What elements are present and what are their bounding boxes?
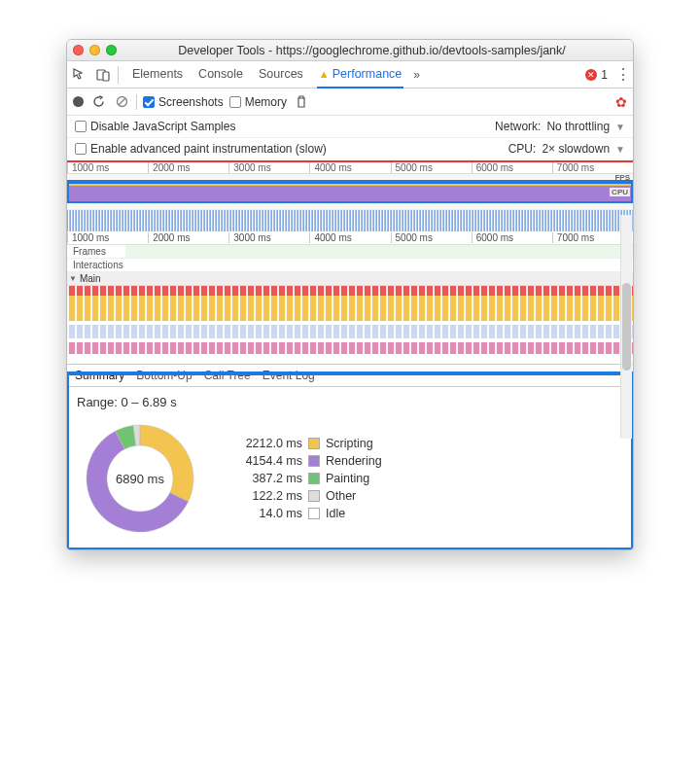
legend-label: Scripting [326, 437, 373, 450]
tab-strip: Elements Console Sources ▲Performance [130, 61, 403, 88]
error-counter[interactable]: ✕ 1 [585, 68, 608, 82]
kebab-menu-icon[interactable]: ⋮ [615, 65, 629, 84]
network-label: Network: [495, 120, 541, 133]
legend-value: 14.0 ms [232, 507, 302, 520]
tick: 2000 ms [148, 162, 228, 173]
legend-label: Other [326, 489, 356, 503]
disable-js-checkbox[interactable]: Disable JavaScript Samples [75, 120, 235, 133]
details-tabs: Summary Bottom-Up Call Tree Event Log [67, 364, 633, 387]
tick: 4000 ms [309, 162, 390, 173]
device-toolbar-icon[interactable] [94, 66, 112, 84]
tab-elements[interactable]: Elements [130, 61, 185, 88]
memory-checkbox[interactable]: Memory [229, 95, 287, 109]
legend-label: Painting [326, 472, 369, 485]
tab-sources[interactable]: Sources [257, 61, 305, 88]
summary-legend: 2212.0 msScripting4154.4 msRendering387.… [232, 437, 382, 520]
legend-row: 4154.4 msRendering [232, 454, 382, 468]
range-label: Range: 0 – 6.89 s [77, 395, 623, 409]
tick: 3000 ms [228, 232, 309, 243]
main-track-label: Main [80, 273, 101, 284]
memory-label: Memory [245, 95, 287, 109]
legend-row: 14.0 msIdle [232, 507, 382, 520]
disable-js-label: Disable JavaScript Samples [90, 120, 235, 133]
legend-value: 2212.0 ms [232, 437, 302, 450]
screenshots-checkbox[interactable]: Screenshots [143, 95, 224, 109]
legend-row: 387.2 msPainting [232, 472, 382, 485]
window-controls [73, 45, 117, 55]
fps-lane-label: FPS [614, 173, 630, 182]
legend-swatch [308, 438, 320, 449]
chevron-down-icon[interactable]: ▼ [615, 122, 625, 132]
tab-summary[interactable]: Summary [75, 369, 124, 382]
tab-event-log[interactable]: Event Log [262, 369, 315, 382]
main-track-header[interactable]: Main [67, 272, 633, 286]
cpu-label: CPU: [508, 142, 537, 156]
paint-instrumentation-checkbox[interactable]: Enable advanced paint instrumentation (s… [75, 142, 327, 156]
more-tabs-icon[interactable]: » [409, 68, 424, 82]
legend-value: 387.2 ms [232, 472, 302, 485]
tick: 6000 ms [472, 162, 552, 173]
svg-rect-1 [103, 72, 109, 81]
screenshots-strip[interactable] [67, 210, 633, 231]
summary-panel: Range: 0 – 6.89 s 6890 ms 2212.0 msScrip… [67, 387, 633, 549]
chevron-down-icon[interactable]: ▼ [615, 144, 625, 155]
clear-button[interactable] [113, 93, 130, 111]
error-icon: ✕ [585, 69, 597, 81]
minimize-icon[interactable] [89, 45, 100, 55]
tick: 7000 ms [552, 162, 633, 173]
overview-cpu-lane[interactable]: CPU [67, 182, 633, 203]
overview-net-lane[interactable] [67, 203, 633, 210]
devtools-window: Developer Tools - https://googlechrome.g… [66, 39, 634, 550]
scroll-thumb[interactable] [622, 283, 631, 371]
tick: 6000 ms [472, 232, 552, 243]
tab-console[interactable]: Console [196, 61, 245, 88]
svg-line-3 [119, 98, 125, 105]
close-icon[interactable] [73, 45, 84, 55]
legend-swatch [308, 473, 320, 484]
reload-button[interactable] [89, 93, 107, 111]
overview-ruler[interactable]: 1000 ms 2000 ms 3000 ms 4000 ms 5000 ms … [67, 160, 633, 174]
options-row-2: Enable advanced paint instrumentation (s… [67, 138, 633, 160]
titlebar: Developer Tools - https://googlechrome.g… [67, 40, 633, 61]
gc-icon[interactable] [293, 93, 310, 111]
summary-donut-chart: 6890 ms [77, 415, 203, 542]
network-select[interactable]: No throttling [546, 120, 610, 133]
screenshots-label: Screenshots [158, 95, 224, 109]
tick: 2000 ms [148, 232, 228, 243]
legend-swatch [308, 455, 320, 467]
tick: 3000 ms [228, 162, 309, 173]
tab-bottom-up[interactable]: Bottom-Up [136, 369, 192, 382]
tick: 5000 ms [391, 232, 472, 243]
legend-label: Idle [326, 507, 345, 520]
cpu-lane-label: CPU [610, 188, 630, 196]
panel-tabs: Elements Console Sources ▲Performance » … [67, 61, 633, 88]
tab-call-tree[interactable]: Call Tree [204, 369, 251, 382]
flame-ruler[interactable]: 1000 ms 2000 ms 3000 ms 4000 ms 5000 ms … [67, 231, 633, 245]
legend-row: 2212.0 msScripting [232, 437, 382, 450]
tick: 1000 ms [67, 162, 148, 173]
options-row-1: Disable JavaScript Samples Network: No t… [67, 116, 633, 138]
details-pane: Summary Bottom-Up Call Tree Event Log Ra… [67, 364, 633, 549]
interactions-track[interactable]: Interactions [67, 259, 633, 272]
legend-row: 122.2 msOther [232, 489, 382, 503]
tab-performance[interactable]: ▲Performance [317, 61, 403, 88]
scrollbar[interactable] [620, 215, 632, 439]
error-count: 1 [601, 68, 608, 82]
frames-track[interactable]: Frames [67, 245, 633, 259]
perf-toolbar: Screenshots Memory ✿ [67, 88, 633, 116]
warning-icon: ▲ [319, 68, 330, 80]
capture-settings-icon[interactable]: ✿ [615, 94, 627, 110]
cpu-select[interactable]: 2× slowdown [542, 142, 610, 156]
legend-swatch [308, 508, 320, 519]
donut-total: 6890 ms [77, 415, 203, 542]
inspect-icon[interactable] [71, 66, 88, 84]
main-flame-chart[interactable] [67, 286, 633, 354]
window-title: Developer Tools - https://googlechrome.g… [117, 44, 627, 57]
legend-label: Rendering [326, 454, 382, 468]
overview-cpu-wrap: CPU [67, 182, 633, 203]
legend-swatch [308, 490, 320, 502]
record-button[interactable] [73, 96, 84, 107]
overview-fps-lane[interactable]: FPS [67, 174, 633, 182]
zoom-icon[interactable] [106, 45, 117, 55]
legend-value: 4154.4 ms [232, 454, 302, 468]
